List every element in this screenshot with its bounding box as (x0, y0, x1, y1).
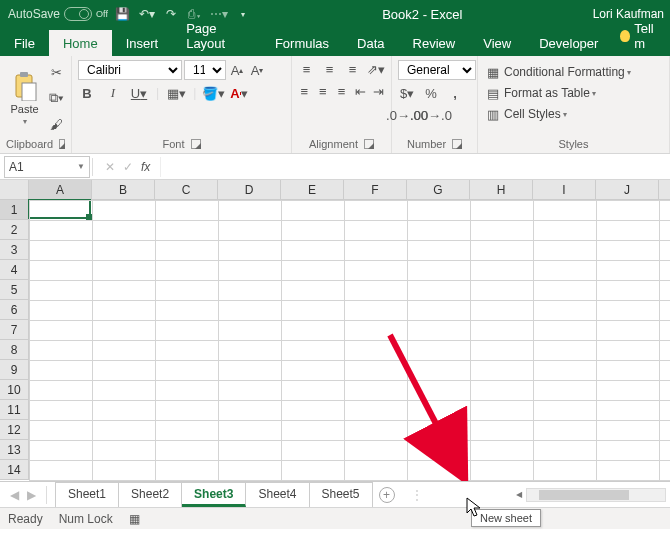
sheet-tab[interactable]: Sheet2 (119, 482, 182, 507)
row-header[interactable]: 9 (0, 360, 28, 380)
tab-insert[interactable]: Insert (112, 30, 173, 56)
select-all-corner[interactable] (0, 180, 29, 200)
row-header[interactable]: 8 (0, 340, 28, 360)
align-left-icon[interactable]: ≡ (298, 82, 311, 100)
horizontal-scrollbar[interactable] (526, 488, 666, 502)
conditional-formatting-icon: ▦ (484, 63, 502, 81)
tab-formulas[interactable]: Formulas (261, 30, 343, 56)
decrease-decimal-icon[interactable]: .00→.0 (422, 106, 440, 124)
decrease-indent-icon[interactable]: ⇤ (354, 82, 367, 100)
undo-icon[interactable]: ↶▾ (138, 5, 156, 23)
copy-icon[interactable]: ⧉▾ (47, 89, 65, 107)
fx-icon[interactable]: fx (141, 160, 150, 174)
borders-icon[interactable]: ▦▾ (167, 84, 185, 102)
bold-button[interactable]: B (78, 84, 96, 102)
column-header[interactable]: I (533, 180, 596, 199)
format-painter-icon[interactable]: 🖌 (47, 115, 65, 133)
column-headers[interactable]: ABCDEFGHIJ (29, 180, 670, 200)
cut-icon[interactable]: ✂ (47, 63, 65, 81)
font-color-icon[interactable]: A▾ (230, 84, 248, 102)
save-icon[interactable]: 💾 (114, 5, 132, 23)
sheet-tab[interactable]: Sheet3 (182, 482, 246, 507)
column-header[interactable]: F (344, 180, 407, 199)
column-header[interactable]: H (470, 180, 533, 199)
quick-print-icon[interactable]: ⎙▾ (186, 5, 204, 23)
row-header[interactable]: 4 (0, 260, 28, 280)
cells-area[interactable] (29, 200, 670, 481)
align-middle-icon[interactable]: ≡ (321, 60, 338, 78)
cancel-formula-icon[interactable]: ✕ (105, 160, 115, 174)
align-right-icon[interactable]: ≡ (335, 82, 348, 100)
tell-me[interactable]: Tell m (612, 15, 670, 56)
row-headers[interactable]: 1234567891011121314 (0, 200, 29, 480)
column-header[interactable]: D (218, 180, 281, 199)
alignment-launcher[interactable] (364, 139, 374, 149)
tab-file[interactable]: File (0, 30, 49, 56)
percent-format-icon[interactable]: % (422, 84, 440, 102)
row-header[interactable]: 6 (0, 300, 28, 320)
tab-review[interactable]: Review (399, 30, 470, 56)
italic-button[interactable]: I (104, 84, 122, 102)
format-as-table-button[interactable]: ▤Format as Table▾ (484, 84, 663, 102)
increase-indent-icon[interactable]: ⇥ (372, 82, 385, 100)
paste-label: Paste (10, 103, 38, 115)
sheet-tab[interactable]: Sheet4 (246, 482, 309, 507)
underline-button[interactable]: U▾ (130, 84, 148, 102)
row-header[interactable]: 2 (0, 220, 28, 240)
font-launcher[interactable] (191, 139, 201, 149)
row-header[interactable]: 1 (0, 200, 28, 220)
row-header[interactable]: 3 (0, 240, 28, 260)
sheet-nav-last-icon[interactable]: ▶ (27, 488, 36, 502)
sheet-nav-first-icon[interactable]: ◀ (10, 488, 19, 502)
cell-styles-button[interactable]: ▥Cell Styles▾ (484, 105, 663, 123)
column-header[interactable]: E (281, 180, 344, 199)
active-cell[interactable] (28, 199, 91, 219)
row-header[interactable]: 7 (0, 320, 28, 340)
align-bottom-icon[interactable]: ≡ (344, 60, 361, 78)
align-top-icon[interactable]: ≡ (298, 60, 315, 78)
formula-input[interactable] (160, 157, 670, 177)
tab-data[interactable]: Data (343, 30, 398, 56)
paste-button[interactable]: Paste ▾ (6, 60, 43, 136)
ribbon: Paste ▾ ✂ ⧉▾ 🖌 Clipboard Calibri 11 A▴ A… (0, 56, 670, 154)
macro-record-icon[interactable]: ▦ (129, 512, 140, 526)
row-header[interactable]: 10 (0, 380, 28, 400)
row-header[interactable]: 14 (0, 460, 28, 480)
row-header[interactable]: 12 (0, 420, 28, 440)
column-header[interactable]: J (596, 180, 659, 199)
conditional-formatting-button[interactable]: ▦Conditional Formatting▾ (484, 63, 663, 81)
tab-developer[interactable]: Developer (525, 30, 612, 56)
column-header[interactable]: B (92, 180, 155, 199)
row-header[interactable]: 13 (0, 440, 28, 460)
sheet-tab[interactable]: Sheet5 (310, 482, 373, 507)
number-format-select[interactable]: General (398, 60, 476, 80)
tab-home[interactable]: Home (49, 30, 112, 56)
row-header[interactable]: 5 (0, 280, 28, 300)
increase-font-icon[interactable]: A▴ (228, 61, 246, 79)
title-bar: AutoSave Off 💾 ↶▾ ↷ ⎙▾ ⋯▾ ▾ Book2 - Exce… (0, 0, 670, 28)
number-launcher[interactable] (452, 139, 462, 149)
enter-formula-icon[interactable]: ✓ (123, 160, 133, 174)
font-size-select[interactable]: 11 (184, 60, 226, 80)
font-family-select[interactable]: Calibri (78, 60, 182, 80)
group-number-label: Number (407, 138, 446, 150)
accounting-format-icon[interactable]: $▾ (398, 84, 416, 102)
decrease-font-icon[interactable]: A▾ (248, 61, 266, 79)
tab-view[interactable]: View (469, 30, 525, 56)
customize-qat-icon[interactable]: ⋯▾ (210, 5, 228, 23)
orientation-icon[interactable]: ⇗▾ (367, 60, 385, 78)
row-header[interactable]: 11 (0, 400, 28, 420)
comma-format-icon[interactable]: , (446, 84, 464, 102)
new-sheet-button[interactable]: + (373, 487, 401, 503)
column-header[interactable]: G (407, 180, 470, 199)
sheet-tab[interactable]: Sheet1 (55, 482, 119, 507)
autosave-toggle[interactable]: AutoSave Off (8, 7, 108, 21)
scroll-left-icon[interactable]: ◀ (516, 490, 522, 499)
fill-color-icon[interactable]: 🪣▾ (204, 84, 222, 102)
spreadsheet-grid[interactable]: ABCDEFGHIJ 1234567891011121314 (0, 180, 670, 481)
name-box[interactable]: A1 ▼ (4, 156, 90, 178)
align-center-icon[interactable]: ≡ (317, 82, 330, 100)
column-header[interactable]: C (155, 180, 218, 199)
column-header[interactable]: A (29, 180, 92, 199)
clipboard-launcher[interactable] (59, 139, 65, 149)
